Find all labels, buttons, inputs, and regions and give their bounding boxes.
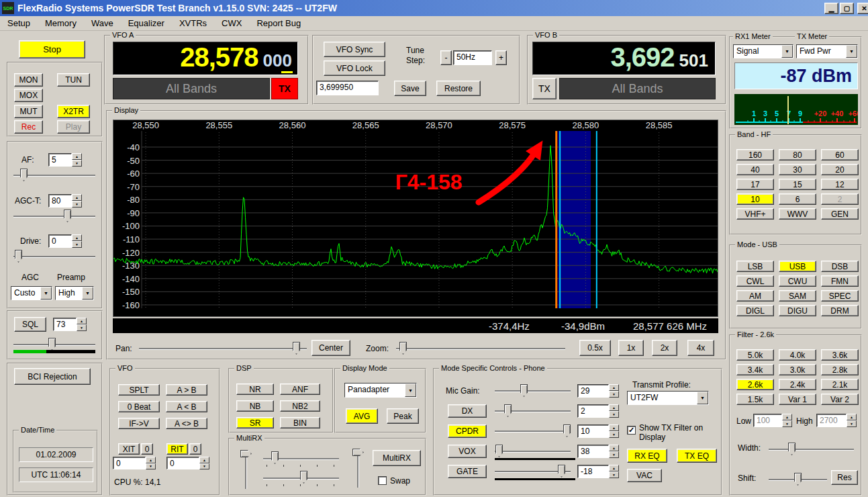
- agc-select-value[interactable]: Custo: [11, 287, 40, 300]
- vox-button[interactable]: VOX: [448, 445, 487, 458]
- mut-button[interactable]: MUT: [14, 105, 43, 118]
- vox-track[interactable]: [495, 451, 571, 452]
- zoom-slider-track[interactable]: [396, 348, 565, 349]
- pan-slider-track[interactable]: [139, 348, 307, 349]
- xit-updown[interactable]: ▲▼: [146, 457, 156, 469]
- af-spinner[interactable]: 5 ▲▼: [48, 153, 82, 167]
- drive-spinner[interactable]: 0 ▲▼: [48, 234, 82, 248]
- sql-updown[interactable]: ▲▼: [77, 318, 87, 331]
- band-button[interactable]: 40: [736, 164, 774, 175]
- xit-zero-button[interactable]: 0: [141, 443, 153, 455]
- mic-gain-thumb[interactable]: [520, 384, 528, 397]
- xit-button[interactable]: XIT: [118, 443, 140, 455]
- dsp-button[interactable]: SR: [236, 417, 274, 428]
- af-updown[interactable]: ▲▼: [72, 153, 82, 167]
- cpdr-thumb[interactable]: [563, 424, 571, 437]
- rx1-meter-select[interactable]: Signal ▼: [733, 44, 793, 58]
- cpdr-spinner[interactable]: 10 ▲▼: [577, 424, 619, 438]
- sql-value[interactable]: 73: [53, 318, 77, 331]
- menu-item[interactable]: Report Bug: [249, 17, 308, 30]
- dx-updown[interactable]: ▲▼: [609, 404, 619, 418]
- tune-step-value[interactable]: 50Hz: [453, 50, 492, 65]
- display-mode-dropdown-icon[interactable]: ▼: [405, 383, 416, 397]
- vox-spinner[interactable]: 38 ▲▼: [577, 445, 619, 458]
- mode-button[interactable]: LSB: [736, 261, 774, 272]
- af-slider-thumb[interactable]: [20, 169, 28, 181]
- vfo-b-tx-button[interactable]: TX: [532, 78, 557, 99]
- mode-button[interactable]: DSB: [821, 261, 859, 272]
- sql-spinner[interactable]: 73 ▲▼: [53, 318, 87, 331]
- menu-item[interactable]: Equalizer: [121, 17, 172, 30]
- vfo-op-button[interactable]: A > B: [166, 384, 207, 396]
- mode-button[interactable]: CWU: [779, 275, 816, 287]
- mode-button[interactable]: AM: [736, 290, 774, 302]
- mic-gain-value[interactable]: 29: [577, 384, 609, 398]
- rx1-meter-value[interactable]: Signal: [734, 45, 781, 58]
- gate-updown[interactable]: ▲▼: [609, 465, 619, 478]
- agct-slider-thumb[interactable]: [64, 210, 71, 222]
- cpdr-value[interactable]: 10: [577, 424, 609, 438]
- band-button[interactable]: 30: [779, 164, 816, 175]
- multirx-button[interactable]: MultiRX: [373, 450, 421, 466]
- mode-button[interactable]: FMN: [821, 275, 859, 287]
- start-stop-button[interactable]: Stop: [19, 40, 85, 58]
- agc-dropdown-icon[interactable]: ▼: [40, 287, 52, 300]
- zoom-1x-button[interactable]: 1x: [618, 340, 644, 356]
- band-button[interactable]: 12: [821, 179, 859, 190]
- vfo-b-band-bar[interactable]: All Bands: [559, 78, 716, 99]
- vox-updown[interactable]: ▲▼: [609, 445, 619, 458]
- vfo-op-button[interactable]: A <> B: [166, 418, 207, 429]
- filter-reset-button[interactable]: Res: [831, 470, 858, 485]
- dsp-button[interactable]: NB: [236, 400, 274, 412]
- filter-button[interactable]: 5.0k: [736, 349, 774, 361]
- filter-shift-thumb[interactable]: [794, 473, 802, 486]
- transmit-profile-dropdown-icon[interactable]: ▼: [697, 392, 708, 404]
- tx-meter-dropdown-icon[interactable]: ▼: [846, 45, 857, 58]
- cpdr-updown[interactable]: ▲▼: [609, 424, 619, 438]
- restore-button[interactable]: Restore: [436, 81, 481, 96]
- vfo-lock-button[interactable]: VFO Lock: [324, 60, 385, 76]
- band-button[interactable]: WWV: [779, 208, 816, 220]
- filter-low-updown[interactable]: ▲▼: [782, 414, 792, 427]
- mode-button[interactable]: DIGU: [779, 305, 816, 316]
- filter-button[interactable]: 3.4k: [736, 364, 774, 375]
- vfo-b-frequency-display[interactable]: 3,692 501: [532, 42, 716, 75]
- menu-item[interactable]: Wave: [84, 17, 121, 30]
- mode-button[interactable]: SAM: [779, 290, 816, 302]
- play-button[interactable]: Play: [57, 120, 90, 134]
- avg-button[interactable]: AVG: [346, 408, 378, 424]
- close-button[interactable]: ✕: [857, 3, 868, 14]
- rit-button[interactable]: RIT: [166, 443, 188, 455]
- gate-button[interactable]: GATE: [448, 465, 487, 478]
- zoom-2x-button[interactable]: 2x: [652, 340, 677, 356]
- menu-item[interactable]: CWX: [214, 17, 249, 30]
- gate-thumb[interactable]: [558, 465, 565, 478]
- dsp-button[interactable]: BIN: [280, 417, 320, 428]
- save-button[interactable]: Save: [394, 81, 426, 96]
- multirx-pan2-thumb[interactable]: [300, 471, 307, 484]
- mic-gain-spinner[interactable]: 29 ▲▼: [577, 384, 619, 398]
- rx-eq-button[interactable]: RX EQ: [627, 449, 667, 463]
- menu-item[interactable]: Setup: [0, 17, 38, 30]
- vfo-op-button[interactable]: A < B: [166, 401, 207, 412]
- rit-spinner[interactable]: 0 ▲▼: [166, 457, 209, 469]
- tx-eq-button[interactable]: TX EQ: [677, 449, 717, 463]
- tun-button[interactable]: TUN: [57, 73, 90, 87]
- memory-frequency-field[interactable]: 3,699950: [316, 81, 379, 95]
- filter-button[interactable]: 2.8k: [821, 364, 859, 375]
- panadapter[interactable]: -40-50-60-70-80-90-100-110-120-130-140-1…: [113, 120, 718, 317]
- vfo-op-button[interactable]: SPLT: [118, 384, 160, 396]
- x2tr-button[interactable]: X2TR: [57, 105, 90, 118]
- gate-value[interactable]: -18: [577, 465, 609, 478]
- filter-high-spinner[interactable]: 2700 ▲▼: [816, 414, 857, 427]
- dx-thumb[interactable]: [504, 404, 512, 417]
- band-button[interactable]: 2: [821, 193, 859, 205]
- vfo-a-band-bar[interactable]: All Bands: [113, 78, 270, 99]
- filter-button[interactable]: 2.4k: [779, 379, 816, 390]
- agct-value[interactable]: 80: [48, 194, 72, 208]
- band-button[interactable]: 80: [779, 149, 816, 161]
- agct-spinner[interactable]: 80 ▲▼: [48, 194, 82, 208]
- minimize-button[interactable]: ▁: [824, 3, 838, 14]
- filter-button[interactable]: 2.6k: [736, 379, 774, 390]
- band-button[interactable]: 20: [821, 164, 859, 175]
